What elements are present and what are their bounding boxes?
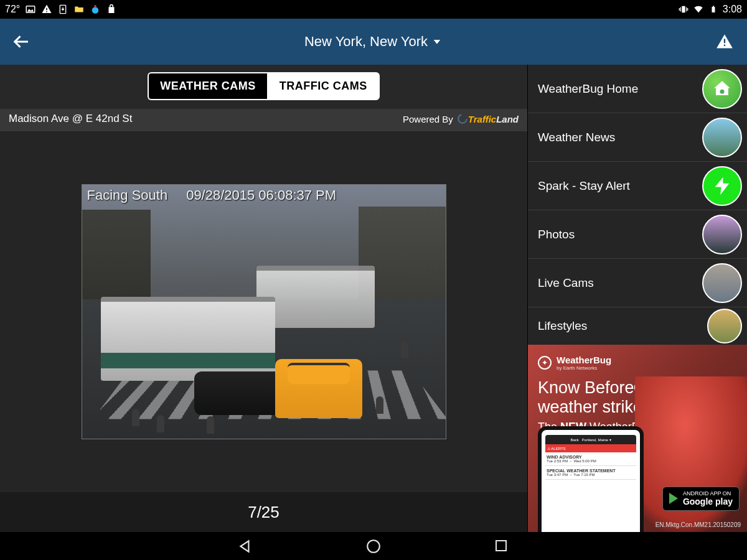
nav-recent-button[interactable]	[494, 538, 510, 554]
back-button[interactable]	[12, 32, 31, 51]
google-play-label: ANDROID APP ON Google play	[683, 491, 733, 506]
trafficland-logo: TrafficLand	[457, 113, 519, 124]
cam-facing-label: Facing South	[87, 187, 168, 203]
cam-location-label: Madison Ave @ E 42nd St	[9, 113, 132, 125]
android-status-bar: 72° 3:08	[0, 0, 747, 19]
svg-rect-12	[687, 8, 688, 11]
bag-icon	[106, 4, 117, 15]
svg-marker-22	[240, 541, 248, 551]
app-header: New York, New York	[0, 19, 747, 65]
location-label: New York, New York	[304, 34, 428, 50]
cam-image: Facing South 09/28/2015 06:08:37 PM	[82, 184, 446, 439]
svg-rect-4	[46, 11, 47, 12]
sidebar-item-label: WeatherBug Home	[538, 82, 638, 96]
nav-home-button[interactable]	[365, 538, 382, 554]
svg-rect-13	[712, 7, 715, 12]
home-icon	[702, 69, 742, 109]
svg-marker-1	[27, 9, 34, 12]
trafficland-swirl-icon	[457, 113, 468, 124]
cam-tabs: WEATHER CAMS TRAFFIC CAMS	[0, 65, 527, 109]
svg-rect-7	[95, 5, 96, 7]
sidebar-item-lifestyles[interactable]: Lifestyles	[528, 307, 747, 345]
warning-icon	[41, 4, 52, 15]
svg-rect-14	[713, 6, 714, 7]
svg-marker-15	[434, 40, 441, 44]
app-notification-icon	[90, 4, 101, 15]
ad-brand-sub: by Earth Networks	[557, 365, 611, 371]
google-play-icon	[669, 493, 678, 504]
vibrate-icon	[678, 4, 689, 15]
sidebar-item-weatherbug-home[interactable]: WeatherBug Home	[528, 65, 747, 113]
svg-rect-11	[679, 8, 680, 11]
nav-back-button[interactable]	[237, 538, 253, 554]
download-icon	[57, 4, 68, 15]
status-right: 3:08	[678, 4, 742, 15]
alert-button[interactable]	[715, 33, 735, 50]
tab-weather-cams[interactable]: WEATHER CAMS	[148, 72, 267, 100]
live-cams-icon	[702, 263, 742, 303]
cam-counter-bar: 7/25	[0, 492, 527, 532]
svg-rect-17	[724, 39, 725, 43]
promo-ad[interactable]: ✦ WeatherBug by Earth Networks Know Befo…	[528, 345, 747, 532]
ad-brand: ✦ WeatherBug by Earth Networks	[538, 355, 737, 371]
sidebar-item-weather-news[interactable]: Weather News	[528, 113, 747, 162]
sidebar-item-label: Photos	[538, 228, 575, 241]
google-play-button[interactable]: ANDROID APP ON Google play	[662, 487, 740, 511]
location-dropdown[interactable]: New York, New York	[304, 34, 443, 50]
svg-point-23	[367, 540, 380, 553]
content-area: WEATHER CAMS TRAFFIC CAMS Madison Ave @ …	[0, 65, 747, 532]
ad-tracking-code: EN.Mktg.Con.MM21.20150209	[655, 521, 741, 528]
svg-rect-3	[46, 8, 47, 11]
svg-rect-9	[680, 7, 681, 12]
sidebar-item-label: Lifestyles	[538, 319, 587, 333]
provider-traffic: Traffic	[468, 114, 496, 124]
svg-point-20	[720, 89, 725, 95]
news-icon	[702, 118, 742, 157]
status-left: 72°	[5, 4, 117, 15]
ad-brand-name: WeatherBug	[557, 355, 611, 365]
svg-rect-24	[496, 541, 506, 551]
sidebar-item-label: Weather News	[538, 131, 615, 144]
powered-by-label: Powered By	[403, 114, 453, 124]
cam-timestamp: 09/28/2015 06:08:37 PM	[186, 187, 336, 203]
status-time: 3:08	[723, 4, 742, 15]
svg-rect-10	[686, 7, 687, 12]
provider-land: Land	[496, 114, 519, 124]
sidebar-item-live-cams[interactable]: Live Cams	[528, 259, 747, 307]
sidebar-item-label: Spark - Stay Alert	[538, 179, 630, 193]
ad-phone-mock: Back Portland, Maine ▾ ⚠ ALERTS WIND ADV…	[538, 426, 644, 532]
sidebar: WeatherBug Home Weather News Spark - Sta…	[527, 65, 747, 532]
svg-marker-21	[715, 177, 730, 194]
photos-icon	[702, 215, 742, 254]
cam-overlay-text: Facing South 09/28/2015 06:08:37 PM	[87, 187, 337, 203]
folder-icon	[73, 4, 85, 15]
sidebar-item-photos[interactable]: Photos	[528, 210, 747, 259]
cam-info-bar: Madison Ave @ E 42nd St Powered By Traff…	[0, 109, 527, 131]
powered-by: Powered By TrafficLand	[403, 113, 519, 124]
lightning-icon	[702, 166, 742, 206]
sidebar-item-spark[interactable]: Spark - Stay Alert	[528, 162, 747, 210]
cam-counter: 7/25	[248, 503, 280, 522]
svg-rect-8	[682, 6, 685, 13]
svg-point-6	[92, 7, 99, 14]
image-icon	[25, 4, 36, 15]
status-temperature: 72°	[5, 4, 20, 15]
chevron-down-icon	[431, 36, 443, 47]
android-nav-bar	[0, 532, 747, 560]
svg-point-19	[458, 114, 467, 123]
sidebar-item-label: Live Cams	[538, 276, 594, 290]
lifestyles-icon	[707, 309, 742, 343]
battery-icon	[708, 4, 719, 15]
weatherbug-logo-icon: ✦	[538, 356, 552, 370]
wifi-icon	[693, 4, 704, 15]
cam-viewport[interactable]: Facing South 09/28/2015 06:08:37 PM	[0, 131, 527, 492]
svg-rect-18	[724, 45, 725, 46]
main-panel: WEATHER CAMS TRAFFIC CAMS Madison Ave @ …	[0, 65, 527, 532]
tab-traffic-cams[interactable]: TRAFFIC CAMS	[267, 72, 380, 100]
